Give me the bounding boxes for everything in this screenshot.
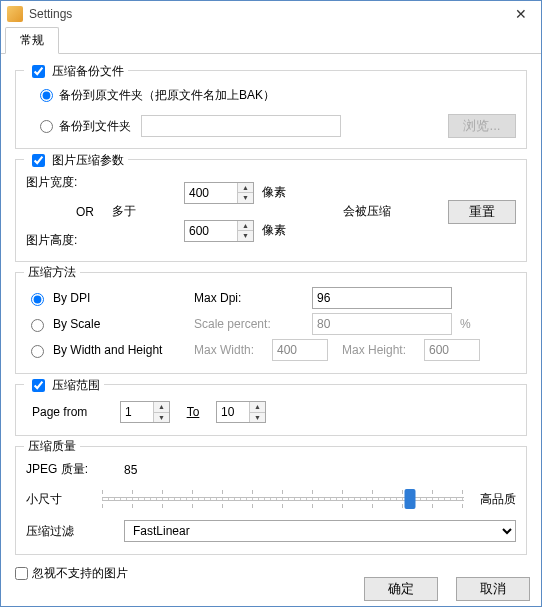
input-max-width[interactable]	[272, 339, 328, 361]
dialog-footer: 确定 取消	[364, 577, 530, 601]
titlebar: Settings ✕	[1, 1, 541, 27]
browse-button[interactable]: 浏览...	[448, 114, 516, 138]
label-max-width: Max Width:	[194, 343, 264, 357]
select-filter[interactable]: FastLinear	[124, 520, 516, 542]
radio-by-wh-label: By Width and Height	[53, 343, 162, 357]
radio-backup-samefolder-label: 备份到原文件夹（把原文件名加上BAK）	[59, 87, 275, 104]
reset-button[interactable]: 重置	[448, 200, 516, 224]
label-or: OR	[66, 205, 104, 219]
chevron-up-icon[interactable]: ▲	[250, 402, 265, 413]
radio-by-scale[interactable]	[31, 319, 44, 332]
label-page-from: Page from	[32, 405, 112, 419]
input-page-to[interactable]	[217, 402, 249, 422]
group-range: 压缩范围 Page from ▲▼ To ▲▼	[15, 384, 527, 436]
tab-content: 压缩备份文件 备份到原文件夹（把原文件名加上BAK） 备份到文件夹 浏览... …	[1, 54, 541, 582]
input-backup-folder[interactable]	[141, 115, 341, 137]
label-jpeg-quality: JPEG 质量:	[26, 461, 116, 478]
app-icon	[7, 6, 23, 22]
radio-backup-samefolder[interactable]	[40, 89, 53, 102]
label-will-compress: 会被压缩	[343, 204, 391, 218]
tab-general-label: 常规	[20, 33, 44, 47]
browse-button-label: 浏览...	[463, 117, 500, 135]
chevron-up-icon[interactable]: ▲	[238, 221, 253, 232]
label-percent-sign: %	[460, 317, 471, 331]
spinner-page-from[interactable]: ▲▼	[120, 401, 170, 423]
value-jpeg-quality: 85	[124, 463, 137, 477]
label-pixel-2: 像素	[262, 222, 286, 239]
chk-range-enable[interactable]	[32, 379, 45, 392]
label-filter: 压缩过滤	[26, 523, 116, 540]
chk-img-params-enable[interactable]	[32, 154, 45, 167]
chk-backup-enable[interactable]	[32, 65, 45, 78]
radio-by-scale-label: By Scale	[53, 317, 100, 331]
input-img-height[interactable]	[185, 221, 237, 241]
chevron-down-icon[interactable]: ▼	[238, 193, 253, 203]
label-img-height: 图片高度:	[26, 232, 96, 249]
reset-button-label: 重置	[469, 203, 495, 221]
input-img-width[interactable]	[185, 183, 237, 203]
label-to: To	[178, 405, 208, 419]
input-max-height[interactable]	[424, 339, 480, 361]
label-more-than: 多于	[112, 203, 136, 220]
input-scale-percent[interactable]	[312, 313, 452, 335]
chevron-down-icon[interactable]: ▼	[238, 231, 253, 241]
group-method-legend: 压缩方法	[24, 264, 80, 281]
group-img-params: 图片压缩参数 图片宽度: OR 多于 图片高度: ▲▼	[15, 159, 527, 262]
group-quality-legend: 压缩质量	[24, 438, 80, 455]
close-button[interactable]: ✕	[507, 3, 535, 25]
label-scale-percent: Scale percent:	[194, 317, 304, 331]
slider-jpeg-quality[interactable]	[102, 488, 464, 510]
group-backup: 压缩备份文件 备份到原文件夹（把原文件名加上BAK） 备份到文件夹 浏览...	[15, 70, 527, 149]
chk-range-enable-label: 压缩范围	[52, 377, 100, 394]
radio-by-dpi-label: By DPI	[53, 291, 90, 305]
spinner-img-width[interactable]: ▲▼	[184, 182, 254, 204]
label-high-quality: 高品质	[480, 491, 516, 508]
slider-thumb[interactable]	[404, 489, 415, 509]
label-small-size: 小尺寸	[26, 491, 86, 508]
radio-by-wh[interactable]	[31, 345, 44, 358]
window-title: Settings	[29, 7, 507, 21]
chevron-up-icon[interactable]: ▲	[238, 183, 253, 194]
group-quality: 压缩质量 JPEG 质量: 85 小尺寸 高品质 压缩过滤 FastLinear	[15, 446, 527, 555]
ok-button[interactable]: 确定	[364, 577, 438, 601]
group-method: 压缩方法 By DPI Max Dpi: By Scale Scale perc…	[15, 272, 527, 374]
label-pixel-1: 像素	[262, 184, 286, 201]
radio-backup-folder[interactable]	[40, 120, 53, 133]
tabstrip: 常规	[1, 27, 541, 54]
chevron-down-icon[interactable]: ▼	[250, 413, 265, 423]
chevron-down-icon[interactable]: ▼	[154, 413, 169, 423]
input-max-dpi[interactable]	[312, 287, 452, 309]
label-max-height: Max Height:	[342, 343, 416, 357]
label-max-dpi: Max Dpi:	[194, 291, 304, 305]
label-img-width: 图片宽度:	[26, 174, 96, 191]
close-icon: ✕	[515, 6, 527, 22]
spinner-page-to[interactable]: ▲▼	[216, 401, 266, 423]
chk-ignore-unsupported-label: 忽视不支持的图片	[32, 565, 128, 582]
spinner-img-height[interactable]: ▲▼	[184, 220, 254, 242]
chk-img-params-enable-label: 图片压缩参数	[52, 152, 124, 169]
input-page-from[interactable]	[121, 402, 153, 422]
tab-general[interactable]: 常规	[5, 27, 59, 54]
chevron-up-icon[interactable]: ▲	[154, 402, 169, 413]
ok-button-label: 确定	[388, 580, 414, 598]
cancel-button[interactable]: 取消	[456, 577, 530, 601]
chk-ignore-unsupported[interactable]	[15, 567, 28, 580]
chk-backup-enable-label: 压缩备份文件	[52, 63, 124, 80]
radio-backup-folder-label: 备份到文件夹	[59, 118, 131, 135]
cancel-button-label: 取消	[480, 580, 506, 598]
radio-by-dpi[interactable]	[31, 293, 44, 306]
